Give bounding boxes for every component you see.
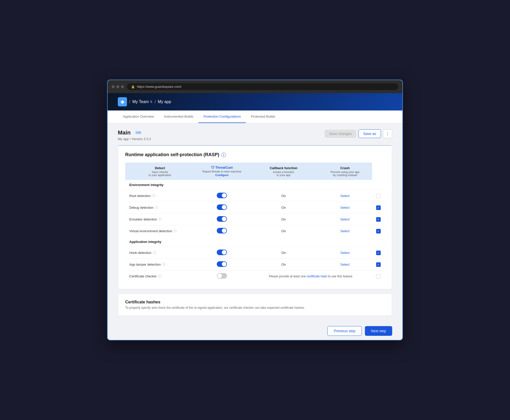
feature-name-cert: Certificate checker ⓘ (125, 270, 195, 282)
page-title-section: Main 038 My app • Version 3.3.2 (118, 129, 151, 141)
on-text-emulator: On (249, 214, 318, 225)
team-breadcrumb[interactable]: My Team ⇅ (132, 100, 152, 104)
breadcrumb-sep-2: / (155, 99, 156, 105)
help-icon-virtual[interactable]: ⓘ (174, 229, 177, 233)
help-icon-debug[interactable]: ⓘ (155, 205, 158, 210)
callback-virtual: Select (318, 225, 372, 237)
table-row: Emulator detection ⓘ On Select (125, 214, 385, 225)
breadcrumb: / My Team ⇅ / My app (129, 99, 171, 105)
previous-step-button[interactable]: Previous step (327, 326, 362, 336)
feature-name-virtual: Virtual environment detection ⓘ (125, 225, 195, 237)
toggle-cell-virtual (195, 225, 249, 237)
more-options-button[interactable]: ⋮ (383, 129, 392, 138)
tab-application-overview[interactable]: Application Overview (118, 110, 159, 123)
dot-yellow (116, 85, 119, 88)
crash-emulator (372, 214, 385, 225)
save-changes-button[interactable]: Save changes (325, 130, 356, 138)
table-row: Virtual environment detection ⓘ On Selec… (125, 225, 385, 237)
checkbox-emulator[interactable] (376, 217, 381, 222)
on-text-debug: On (249, 202, 318, 214)
save-as-button[interactable]: Save as (358, 129, 381, 138)
cert-message-cell: Please provide at least one certificate … (249, 270, 372, 282)
feature-name-root: Root detection ⓘ (125, 190, 195, 202)
on-text-virtual: On (249, 225, 318, 237)
page-title: Main (118, 129, 131, 136)
help-icon-tamper[interactable]: ⓘ (162, 262, 165, 267)
cert-hashes-desc: To properly specify and check the certif… (125, 306, 385, 310)
help-icon-root[interactable]: ⓘ (152, 194, 155, 198)
tab-protection-configurations[interactable]: Protection Configurations (198, 110, 246, 123)
table-row: Debug detection ⓘ On Select (125, 202, 385, 214)
col-header-crash: Crash Prevent using your app by crashing… (318, 163, 372, 180)
select-link-virtual[interactable]: Select (340, 229, 350, 233)
toggle-tamper[interactable] (217, 261, 227, 267)
select-link-tamper[interactable]: Select (340, 263, 350, 266)
header-actions: Save changes Save as ⋮ (325, 129, 392, 138)
browser-window: 🔒 https://www.guardsquare.com/ ◈ / My Te… (107, 80, 403, 340)
callback-tamper: Select (318, 259, 372, 270)
toggle-emulator[interactable] (217, 216, 227, 222)
toggle-root[interactable] (217, 193, 227, 198)
page-title-row: Main 038 (118, 129, 151, 136)
footer-actions: Previous step Next step (108, 322, 402, 340)
on-text-tamper: On (249, 259, 318, 270)
toggle-cert[interactable] (217, 273, 227, 279)
browser-chrome: 🔒 https://www.guardsquare.com/ (108, 80, 402, 93)
toggle-cell-tamper (195, 259, 249, 270)
table-row: Certificate checker ⓘ Please provide at … (125, 270, 385, 282)
dot-red (112, 85, 115, 88)
rasp-table: Detect Inject checks in your application… (125, 163, 385, 282)
crash-virtual (372, 225, 385, 237)
feature-name-emulator: Emulator detection ⓘ (125, 214, 195, 225)
select-link-root[interactable]: Select (340, 194, 350, 198)
toggle-hook[interactable] (217, 250, 227, 255)
cert-hash-link[interactable]: certificate hash (307, 275, 327, 278)
app-logo: ◈ (118, 97, 127, 106)
callback-debug: Select (318, 202, 372, 214)
checkbox-tamper[interactable] (376, 262, 381, 267)
threatcast-configure-link[interactable]: Configure (215, 174, 228, 177)
lock-icon: 🔒 (131, 85, 135, 89)
address-bar[interactable]: 🔒 https://www.guardsquare.com/ (127, 83, 398, 90)
tab-instrumented-builds[interactable]: Instrumented Builds (159, 110, 198, 123)
group-label-environment: Environment integrity (125, 180, 372, 190)
help-icon-hook[interactable]: ⓘ (153, 251, 156, 255)
group-label-app: Application integrity (125, 237, 372, 247)
checkbox-root[interactable] (376, 194, 381, 198)
col-header-threatcast: 🛡 ThreatCast Report threats in near real… (195, 163, 249, 180)
app-breadcrumb[interactable]: My app (158, 100, 171, 104)
checkbox-virtual[interactable] (376, 229, 381, 233)
callback-hook: Select (318, 247, 372, 259)
rasp-section-title: Runtime application self-protection (RAS… (125, 152, 385, 157)
url-text: https://www.guardsquare.com/ (137, 85, 182, 89)
table-row: Root detection ⓘ On Select (125, 190, 385, 202)
browser-dots (112, 85, 124, 88)
team-chevron-icon: ⇅ (150, 100, 152, 104)
next-step-button[interactable]: Next step (365, 326, 392, 336)
crash-hook (372, 247, 385, 259)
checkbox-hook[interactable] (376, 251, 381, 255)
help-icon-cert[interactable]: ⓘ (158, 274, 161, 278)
select-link-hook[interactable]: Select (340, 251, 350, 255)
tab-protected-builds[interactable]: Protected Builds (246, 110, 280, 123)
crash-cert (372, 270, 385, 282)
select-link-emulator[interactable]: Select (340, 217, 350, 221)
feature-name-hook: Hook detection ⓘ (125, 247, 195, 259)
checkbox-debug[interactable] (376, 205, 381, 210)
page-header: Main 038 My app • Version 3.3.2 Save cha… (118, 129, 392, 141)
toggle-debug[interactable] (217, 204, 227, 210)
crash-root (372, 190, 385, 202)
select-link-debug[interactable]: Select (340, 206, 350, 209)
rasp-info-icon[interactable]: i (221, 153, 226, 157)
on-text-hook: On (249, 247, 318, 259)
cert-hashes-card: Certificate hashes To properly specify a… (118, 293, 392, 316)
on-text-root: On (249, 190, 318, 202)
checkbox-cert[interactable] (376, 274, 381, 279)
table-row: App tamper detection ⓘ On Select (125, 259, 385, 270)
dot-green (121, 85, 124, 88)
crash-tamper (372, 259, 385, 270)
card-top-border (118, 145, 392, 146)
help-icon-emulator[interactable]: ⓘ (158, 217, 161, 221)
toggle-virtual[interactable] (217, 228, 227, 233)
callback-emulator: Select (318, 214, 372, 225)
